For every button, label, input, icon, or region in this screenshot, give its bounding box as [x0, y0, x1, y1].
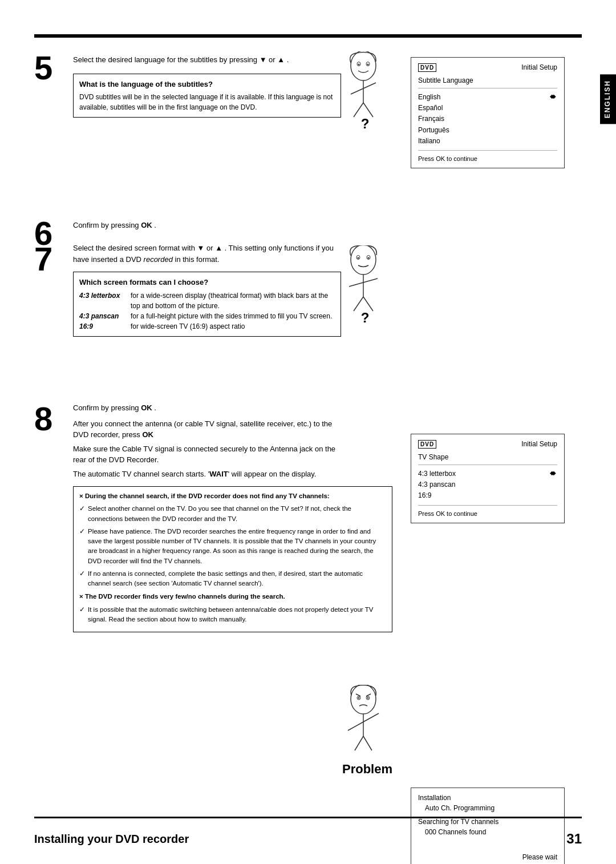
bottom-bar	[34, 817, 582, 818]
svg-point-29	[367, 697, 369, 699]
screen5-item-2: Español	[418, 103, 557, 114]
svg-line-22	[348, 722, 363, 730]
section8-confirm: Confirm by pressing OK .	[73, 402, 347, 414]
screen7-press: Press OK to continue	[418, 510, 557, 517]
english-tab: ENGLISH	[600, 74, 616, 124]
screen8-section2: Searching for TV channels	[418, 818, 557, 826]
screen-7: DVD Initial Setup TV Shape 4:3 letterbox…	[411, 434, 565, 523]
section6-dot: .	[154, 221, 156, 229]
svg-line-5	[363, 103, 373, 117]
section7-row-3: 16:9 for wide-screen TV (16:9) aspect ra…	[79, 321, 335, 332]
svg-line-4	[354, 103, 363, 117]
screen5-title: Initial Setup	[521, 63, 557, 71]
screen8-item3: Please wait	[418, 853, 557, 861]
screen5-press: Press OK to continue	[418, 155, 557, 162]
screen7-item-3: 16:9	[418, 490, 557, 501]
screen5-item-1: English ◆	[418, 92, 557, 103]
svg-point-19	[368, 257, 370, 259]
svg-point-28	[358, 697, 360, 699]
section7-desc-2: for a full-height picture with the sides…	[131, 311, 335, 321]
svg-line-14	[354, 297, 363, 311]
note-cross-title-2: × The DVD recorder finds very few/no cha…	[79, 592, 386, 601]
section7-label-2: 4:3 panscan	[79, 311, 131, 321]
screen5-item-3: Français	[418, 114, 557, 124]
check-item-1-text: Select another channel on the TV. Do you…	[88, 504, 386, 524]
svg-point-10	[351, 245, 376, 274]
check-item-1: ✓ Select another channel on the TV. Do y…	[79, 504, 386, 524]
section8-text2: Make sure the Cable TV signal is connect…	[73, 443, 347, 466]
screen7-divider2	[418, 505, 557, 506]
section8-text1: After you connect the antenna (or cable …	[73, 418, 347, 441]
section5-content: Select the desired language for the subt…	[73, 54, 341, 118]
note-items-1: ✓ Select another channel on the TV. Do y…	[79, 504, 386, 588]
check-item-3-text: If no antenna is connected, complete the…	[88, 569, 386, 589]
step-num-7: 7	[34, 240, 52, 278]
svg-line-2	[351, 88, 363, 94]
section7-row-2: 4:3 panscan for a full-height picture wi…	[79, 311, 335, 321]
screen7-divider	[418, 465, 557, 465]
screen7-item-2: 4:3 panscan	[418, 479, 557, 490]
svg-line-12	[349, 282, 363, 286]
screen8-section1: Installation	[418, 794, 557, 802]
svg-line-24	[355, 736, 363, 750]
top-bar	[34, 34, 582, 38]
screen5-divider	[418, 88, 557, 88]
svg-line-23	[363, 713, 379, 722]
section7-main-text: Select the desired screen format with ▼ …	[73, 243, 341, 265]
svg-line-3	[363, 83, 376, 88]
main-content: 5 Select the desired language for the su…	[34, 46, 565, 807]
section7-bold-box: Which screen formats can I choose? 4:3 l…	[73, 272, 341, 337]
section7-label-3: 16:9	[79, 321, 131, 332]
screen7-item-1: 4:3 letterbox ◆	[418, 469, 557, 479]
problem-label: Problem	[342, 762, 392, 777]
section7-row-1: 4:3 letterbox for a wide-screen display …	[79, 290, 335, 311]
screen7-dvd-logo: DVD	[418, 440, 436, 449]
section7-desc-1: for a wide-screen display (theatrical fo…	[131, 290, 335, 311]
svg-point-9	[367, 64, 369, 66]
svg-point-20	[351, 685, 376, 714]
check-item-3: ✓ If no antenna is connected, complete t…	[79, 569, 386, 589]
note-items-2: ✓ It is possible that the automatic swit…	[79, 605, 386, 625]
section7-box-title: Which screen formats can I choose?	[79, 277, 335, 288]
screen5-dvd-logo: DVD	[418, 63, 436, 72]
section6-text: Confirm by pressing	[73, 221, 139, 229]
section6-content: Confirm by pressing OK .	[73, 220, 156, 231]
section8-note-box: × During the channel search, if the DVD …	[73, 486, 392, 632]
screen5-item-5: Italiano	[418, 136, 557, 147]
screen5-divider2	[418, 150, 557, 151]
section5-box-title: What is the language of the subtitles?	[79, 79, 335, 90]
section7-desc-3: for wide-screen TV (16:9) aspect ratio	[131, 321, 335, 332]
screen8-item1: Auto Ch. Programming	[425, 804, 557, 812]
screen5-section-title: Subtitle Language	[418, 76, 557, 84]
character-5: ?	[342, 51, 388, 120]
svg-line-13	[363, 278, 378, 282]
check-item-4-text: It is possible that the automatic switch…	[88, 605, 386, 625]
section7-table: 4:3 letterbox for a wide-screen display …	[79, 290, 335, 332]
character-8	[342, 685, 388, 753]
step-num-8: 8	[34, 399, 52, 438]
svg-line-15	[363, 297, 373, 311]
section8-content: Confirm by pressing OK . After you conne…	[73, 402, 392, 632]
page-title: Installing your DVD recorder	[34, 833, 189, 846]
section5-box-text: DVD subtitles will be in the selected la…	[79, 92, 335, 112]
check-item-2-text: Please have patience. The DVD recorder s…	[88, 527, 386, 566]
section7-label-1: 4:3 letterbox	[79, 290, 131, 311]
svg-point-0	[351, 51, 376, 80]
screen5-item-4: Português	[418, 125, 557, 136]
bottom-section: Installing your DVD recorder 31	[34, 831, 582, 847]
note-cross-title-1: × During the channel search, if the DVD …	[79, 491, 386, 501]
screen-8: Installation Auto Ch. Programming Search…	[411, 788, 565, 864]
svg-line-25	[363, 736, 372, 750]
section5-bold-box: What is the language of the subtitles? D…	[73, 74, 341, 118]
screen5-header: DVD Initial Setup	[418, 63, 557, 72]
step-num-5: 5	[34, 51, 52, 84]
screen7-section-title: TV Shape	[418, 453, 557, 461]
check-item-2: ✓ Please have patience. The DVD recorder…	[79, 527, 386, 566]
page-number: 31	[566, 831, 582, 847]
section7-content: Select the desired screen format with ▼ …	[73, 243, 341, 337]
check-item-4: ✓ It is possible that the automatic swit…	[79, 605, 386, 625]
screen7-title: Initial Setup	[521, 440, 557, 448]
character-7: ?	[342, 245, 388, 320]
section5-main-text: Select the desired language for the subt…	[73, 54, 341, 66]
section8-text3: The automatic TV channel search starts. …	[73, 469, 347, 480]
